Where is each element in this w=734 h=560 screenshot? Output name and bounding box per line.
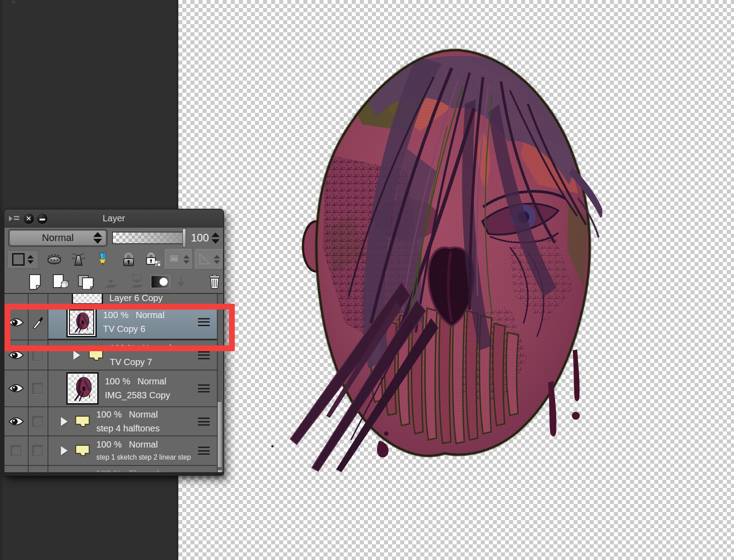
opacity-value: 100: [188, 232, 209, 244]
new-layer-dialog-button[interactable]: [52, 274, 69, 290]
opacity-spinner[interactable]: [212, 233, 220, 244]
scrollbar-thumb[interactable]: [217, 401, 222, 468]
minimize-button[interactable]: [36, 213, 48, 224]
layer-command-toolbar: [4, 271, 223, 293]
layer-name[interactable]: step 4 halftones: [96, 422, 160, 435]
checkbox-cell[interactable]: [28, 294, 47, 305]
layer-panel-header[interactable]: Layer ✕: [4, 210, 223, 228]
checkbox-cell[interactable]: [28, 407, 47, 435]
opacity-slider-handle[interactable]: [182, 228, 186, 247]
reference-layer-button[interactable]: [47, 254, 62, 265]
hidden-visibility-box[interactable]: [10, 445, 22, 457]
canvas-artwork-skull: [259, 37, 602, 475]
cropped-toolbar-icon: ⁙: [11, 0, 17, 5]
close-button[interactable]: ✕: [23, 213, 35, 224]
new-raster-layer-button[interactable]: [27, 274, 43, 290]
ruler-button[interactable]: [195, 249, 223, 270]
layer-name[interactable]: Layer 6 Copy: [109, 293, 163, 305]
layer-menu-icon[interactable]: [198, 318, 210, 326]
layer-thumbnail[interactable]: [66, 307, 97, 337]
layer-name[interactable]: TV Copy 7: [110, 355, 171, 369]
editing-target-cell[interactable]: [28, 306, 47, 340]
lighttable-layer-button[interactable]: [71, 253, 86, 266]
merge-with-lower-layer-button[interactable]: [130, 274, 145, 289]
ruler-icon: [199, 253, 212, 266]
draft-layer-button[interactable]: [98, 252, 108, 267]
layer-list: Layer 6 Copy: [4, 293, 223, 472]
checkbox-cell[interactable]: [28, 370, 47, 406]
layer-controls: Normal 100: [4, 228, 223, 293]
lighttable-layer-icon: [71, 253, 86, 266]
checkbox[interactable]: [32, 383, 43, 394]
layer-blend: Normal: [129, 409, 158, 419]
checkbox[interactable]: [32, 445, 43, 457]
layer-mask-button[interactable]: [150, 275, 171, 289]
apply-mask-button[interactable]: [177, 274, 192, 289]
palette-color-button[interactable]: [7, 250, 39, 269]
visibility-cell[interactable]: [4, 294, 28, 305]
visibility-toggle[interactable]: [4, 370, 28, 406]
scrollbar-cap[interactable]: [217, 470, 222, 472]
layer-menu-icon[interactable]: [198, 447, 210, 455]
new-layer-dialog-icon: [52, 274, 69, 290]
checkbox-cell[interactable]: [28, 340, 47, 370]
layer-row-tvcopy6-selected[interactable]: 100 %Normal TV Copy 6: [4, 306, 223, 340]
application-window: ⁙: [0, 0, 734, 560]
close-icon: ✕: [26, 215, 32, 222]
folder-icon: [75, 444, 90, 457]
blend-mode-dropdown[interactable]: Normal: [8, 229, 108, 247]
layer-row-step4halftones[interactable]: 100 %Normal step 4 halftones: [4, 407, 223, 436]
transfer-to-lower-layer-button[interactable]: [103, 274, 118, 289]
folder-expand-icon[interactable]: [61, 417, 68, 426]
layer-name[interactable]: step 1 sketch step 2 linear step: [96, 452, 191, 463]
layer-name[interactable]: IMG_2583 Copy: [105, 388, 170, 402]
new-folder-button[interactable]: [77, 274, 95, 289]
layer-blend: Normal: [138, 376, 166, 386]
layer-menu-icon[interactable]: [198, 418, 210, 426]
reference-layer-icon: [47, 254, 62, 265]
new-folder-icon: [77, 274, 95, 289]
layer-opacity: 100 %: [96, 409, 122, 419]
clip-to-layer-below-icon: [168, 253, 181, 266]
checkbox[interactable]: [32, 416, 43, 427]
delete-layer-icon: [208, 274, 221, 289]
layer-row-tvcopy7[interactable]: 100 %Normal TV Copy 7: [4, 340, 223, 370]
visibility-toggle[interactable]: [4, 340, 28, 370]
eye-icon: [8, 417, 24, 426]
layer-attribute-toolbar: [4, 248, 223, 271]
checkbox[interactable]: [32, 349, 43, 361]
blend-mode-spinner[interactable]: [93, 231, 102, 245]
clip-spinner: [183, 255, 190, 264]
palette-color-spinner[interactable]: [27, 255, 34, 264]
transfer-to-lower-layer-icon: [103, 274, 118, 289]
lock-transparent-pixels-icon: [145, 252, 161, 267]
layer-thumbnail[interactable]: [72, 294, 103, 305]
layer-name[interactable]: TV Copy 6: [103, 322, 164, 336]
layer-row-partial-bottom[interactable]: 100 %Through: [4, 466, 223, 472]
layer-blend: Normal: [142, 343, 171, 353]
layer-opacity: 100 %: [96, 439, 122, 449]
opacity-slider[interactable]: [112, 232, 185, 244]
eye-icon: [8, 350, 24, 360]
checkbox-cell[interactable]: [28, 436, 47, 465]
clip-to-layer-below-button[interactable]: [165, 249, 193, 270]
folder-expand-icon[interactable]: [73, 351, 80, 360]
visibility-toggle[interactable]: [4, 407, 28, 435]
layer-row-step1sketch[interactable]: 100 %Normal step 1 sketch step 2 linear …: [4, 436, 223, 466]
layer-menu-icon[interactable]: [198, 351, 210, 359]
minimize-icon: [39, 219, 45, 220]
lock-transparent-pixels-button[interactable]: [145, 252, 161, 267]
layer-row-img2583[interactable]: 100 %Normal IMG_2583 Copy: [4, 370, 223, 407]
lock-layer-button[interactable]: [121, 252, 136, 267]
layer-menu-icon[interactable]: [198, 384, 210, 392]
visibility-toggle[interactable]: [4, 306, 28, 340]
folder-expand-icon[interactable]: [61, 446, 68, 455]
new-raster-layer-icon: [28, 274, 42, 290]
blend-mode-value: Normal: [42, 232, 73, 244]
delete-layer-button[interactable]: [208, 274, 221, 289]
layer-blend: Normal: [136, 310, 164, 320]
layer-opacity: 100 %: [105, 376, 130, 386]
visibility-toggle[interactable]: [4, 436, 28, 465]
layer-row-layer6copy[interactable]: Layer 6 Copy: [4, 294, 223, 306]
layer-thumbnail[interactable]: [66, 372, 99, 405]
